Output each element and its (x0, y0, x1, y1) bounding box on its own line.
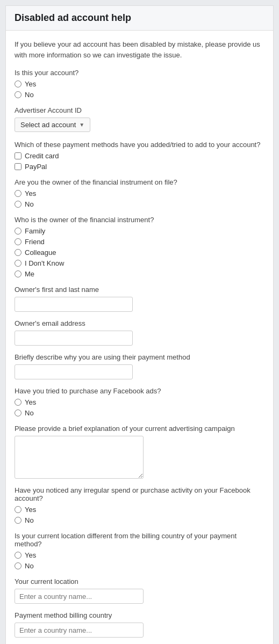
location-different-yes-label: Yes (25, 551, 36, 559)
irregular-spend-yes-radio[interactable] (15, 506, 22, 513)
dropdown-arrow-icon: ▼ (79, 122, 84, 128)
who-is-owner-colleague[interactable]: Colleague (15, 248, 264, 257)
section-location-different: Is your current location different from … (15, 532, 264, 570)
section-tried-facebook-ads: Have you tried to purchase any Facebook … (15, 387, 264, 417)
who-owner-colleague-label: Colleague (25, 248, 56, 257)
who-is-owner-me[interactable]: Me (15, 270, 264, 278)
is-your-account-yes-radio[interactable] (15, 80, 22, 87)
who-is-owner-friend[interactable]: Friend (15, 238, 264, 246)
tried-facebook-ads-no-radio[interactable] (15, 409, 22, 416)
current-location-label: Your current location (15, 577, 264, 586)
who-owner-me-radio[interactable] (15, 270, 22, 277)
campaign-explanation-label: Please provide a brief explanation of yo… (15, 425, 264, 433)
financial-owner-no[interactable]: No (15, 200, 264, 208)
section-briefly-describe: Briefly describe why you are using their… (15, 353, 264, 379)
irregular-spend-no[interactable]: No (15, 516, 264, 524)
location-different-yes[interactable]: Yes (15, 551, 264, 559)
who-is-owner-family[interactable]: Family (15, 227, 264, 235)
paypal-label: PayPal (25, 163, 47, 171)
tried-facebook-ads-yes-radio[interactable] (15, 399, 22, 406)
section-billing-country: Payment method billing country (15, 611, 264, 638)
main-container: Disabled ad account help If you believe … (5, 5, 274, 644)
select-ad-account-button[interactable]: Select ad account ▼ (15, 118, 90, 132)
page-header: Disabled ad account help (6, 6, 273, 31)
who-owner-friend-label: Friend (25, 238, 45, 246)
tried-facebook-ads-no-label: No (25, 409, 34, 417)
who-owner-friend-radio[interactable] (15, 238, 22, 245)
location-different-yes-radio[interactable] (15, 552, 22, 559)
who-owner-dontknow-label: I Don't Know (25, 259, 64, 267)
intro-text: If you believe your ad account has been … (15, 39, 264, 60)
financial-owner-yes[interactable]: Yes (15, 189, 264, 197)
section-campaign-explanation: Please provide a brief explanation of yo… (15, 425, 264, 479)
owner-email-label: Owner's email address (15, 319, 264, 327)
form-content: If you believe your ad account has been … (6, 31, 273, 644)
owner-email-input[interactable] (15, 331, 133, 346)
who-owner-me-label: Me (25, 270, 34, 278)
tried-facebook-ads-yes[interactable]: Yes (15, 398, 264, 406)
section-owner-email: Owner's email address (15, 319, 264, 346)
who-owner-colleague-radio[interactable] (15, 249, 22, 256)
credit-card-label: Credit card (25, 152, 59, 160)
section-current-location: Your current location (15, 577, 264, 604)
paypal-checkbox[interactable] (15, 163, 22, 170)
select-ad-account-label: Select ad account (20, 121, 76, 129)
section-who-is-owner: Who is the owner of the financial instru… (15, 216, 264, 278)
financial-owner-no-label: No (25, 200, 34, 208)
is-your-account-label: Is this your account? (15, 69, 264, 77)
location-different-label: Is your current location different from … (15, 532, 264, 548)
irregular-spend-no-radio[interactable] (15, 517, 22, 524)
financial-owner-no-radio[interactable] (15, 201, 22, 208)
financial-owner-yes-radio[interactable] (15, 190, 22, 197)
location-different-no-label: No (25, 562, 34, 570)
page-title: Disabled ad account help (15, 12, 264, 24)
who-owner-family-label: Family (25, 227, 45, 235)
location-different-no-radio[interactable] (15, 562, 22, 569)
irregular-spend-yes-label: Yes (25, 506, 36, 514)
location-different-no[interactable]: No (15, 562, 264, 570)
owner-name-label: Owner's first and last name (15, 286, 264, 294)
is-your-account-yes-label: Yes (25, 80, 36, 88)
section-owner-name: Owner's first and last name (15, 286, 264, 312)
section-irregular-spend: Have you noticed any irregular spend or … (15, 486, 264, 524)
is-your-account-no[interactable]: No (15, 91, 264, 99)
payment-credit-card[interactable]: Credit card (15, 152, 264, 160)
section-advertiser-account-id: Advertiser Account ID Select ad account … (15, 106, 264, 133)
credit-card-checkbox[interactable] (15, 152, 22, 159)
who-owner-family-radio[interactable] (15, 228, 22, 235)
billing-country-input[interactable] (15, 623, 144, 638)
irregular-spend-label: Have you noticed any irregular spend or … (15, 486, 264, 502)
payment-methods-label: Which of these payment methods have you … (15, 141, 264, 149)
briefly-describe-input[interactable] (15, 364, 133, 379)
tried-facebook-ads-no[interactable]: No (15, 409, 264, 417)
irregular-spend-yes[interactable]: Yes (15, 506, 264, 514)
who-is-owner-label: Who is the owner of the financial instru… (15, 216, 264, 224)
section-financial-owner: Are you the owner of the financial instr… (15, 178, 264, 208)
financial-owner-yes-label: Yes (25, 189, 36, 197)
current-location-input[interactable] (15, 589, 144, 604)
section-is-your-account: Is this your account? Yes No (15, 69, 264, 99)
briefly-describe-label: Briefly describe why you are using their… (15, 353, 264, 361)
irregular-spend-no-label: No (25, 516, 34, 524)
is-your-account-yes[interactable]: Yes (15, 80, 264, 88)
owner-name-input[interactable] (15, 297, 133, 312)
who-owner-dontknow-radio[interactable] (15, 260, 22, 267)
payment-paypal[interactable]: PayPal (15, 163, 264, 171)
advertiser-account-id-label: Advertiser Account ID (15, 106, 264, 114)
campaign-explanation-textarea[interactable] (15, 436, 144, 479)
section-payment-methods: Which of these payment methods have you … (15, 141, 264, 171)
who-is-owner-dont-know[interactable]: I Don't Know (15, 259, 264, 267)
financial-owner-label: Are you the owner of the financial instr… (15, 178, 264, 186)
is-your-account-no-radio[interactable] (15, 91, 22, 98)
is-your-account-no-label: No (25, 91, 34, 99)
tried-facebook-ads-yes-label: Yes (25, 398, 36, 406)
billing-country-label: Payment method billing country (15, 611, 264, 619)
tried-facebook-ads-label: Have you tried to purchase any Facebook … (15, 387, 264, 395)
